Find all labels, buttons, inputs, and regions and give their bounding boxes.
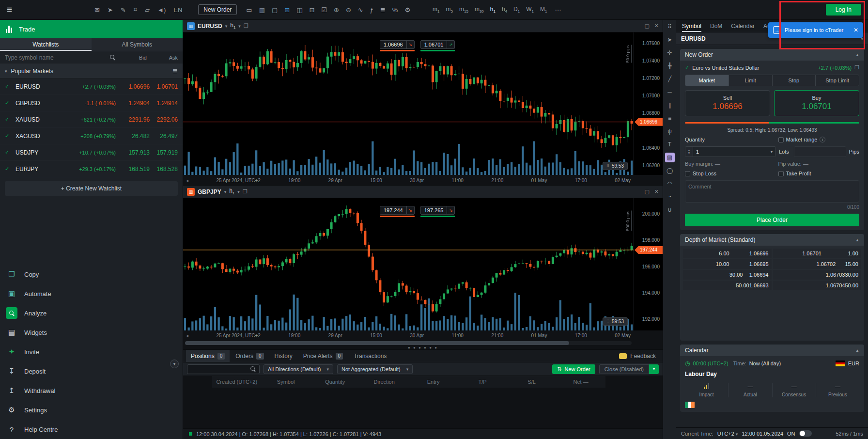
maximize-icon[interactable]: ▢ [644, 188, 649, 195]
positions-search-input[interactable] [190, 366, 248, 372]
sidebar-item-widgets[interactable]: ▤Widgets [0, 323, 183, 342]
list-view-icon[interactable]: ≣ [172, 67, 178, 75]
ask-value[interactable]: 26.497 [150, 133, 178, 140]
chart-timeframe[interactable]: h1 [229, 188, 234, 195]
order-type-market[interactable]: Market [685, 75, 729, 86]
timeframe-m5[interactable]: m5 [444, 5, 455, 15]
timeframe-h4[interactable]: h4 [499, 5, 510, 15]
frame-icon[interactable]: ⌗ [131, 5, 140, 15]
watchlist-row[interactable]: ✓USDJPY+10.7 (+0.07%)157.913157.919 [0, 144, 183, 161]
close-icon[interactable]: ✕ [654, 23, 659, 29]
bid-value[interactable]: 2291.96 [122, 116, 150, 123]
arc-tool-icon[interactable]: ◠ [665, 179, 675, 188]
sidebar-item-analyze[interactable]: Analyze [0, 303, 183, 323]
scroll-left-icon[interactable]: ◂ [186, 178, 188, 183]
watchlist-group-row[interactable]: ▾ Popular Markets ≣ [0, 64, 183, 78]
layout-columns-icon[interactable]: ◫ [294, 5, 305, 15]
magnet-icon[interactable]: ∪ [665, 205, 675, 215]
collapse-icon[interactable]: ▲ [855, 348, 859, 353]
timeframe-M1[interactable]: M1 [538, 5, 549, 15]
chart-canvas[interactable]: 197.244↘197.265↘197.244200.000198.000196… [183, 198, 663, 330]
chart-settings-icon[interactable]: ⚙ [402, 5, 413, 15]
channel-icon[interactable]: ∥ [665, 100, 675, 110]
alert-tool-icon[interactable]: ◔ [665, 192, 675, 202]
layout-single-icon[interactable]: ▢ [269, 5, 280, 15]
sell-price-badge[interactable]: 1.06696↘ [380, 40, 415, 49]
ask-value[interactable]: 1.24914 [150, 100, 178, 107]
collapse-icon[interactable]: ▲ [855, 53, 859, 57]
indicators-icon[interactable]: ∿ [356, 5, 366, 15]
panel-resize-handle[interactable]: ● ● ● ● ● ● [408, 345, 438, 350]
stepper-arrows-icon[interactable]: ▲▼ [685, 147, 693, 157]
watchlist-row[interactable]: ✓EURUSD+2.7 (+0.03%)1.066961.06701 [0, 78, 183, 95]
ask-value[interactable]: 168.528 [150, 166, 178, 172]
maximize-icon[interactable]: ▢ [644, 23, 649, 29]
cursor-icon[interactable]: ➤ [105, 5, 115, 15]
timeframe-h1[interactable]: h1 [488, 5, 498, 15]
timeframe-m15[interactable]: m15 [457, 5, 471, 15]
chart-timeframe[interactable]: h1 [230, 22, 235, 30]
zoom-out-icon[interactable]: ⊖ [343, 5, 354, 15]
quantity-input[interactable] [693, 147, 768, 157]
crosshair-icon[interactable]: ✛ [665, 48, 675, 58]
sidebar-item-settings[interactable]: ⚙Settings [0, 400, 183, 420]
layers-icon[interactable]: ≣ [378, 5, 388, 15]
watchlist-row[interactable]: ✓GBPUSD-1.1 (-0.01%)1.249041.24914 [0, 95, 183, 111]
new-order-button-small[interactable]: ⇅New Order [552, 364, 595, 374]
market-range-input[interactable] [794, 146, 846, 157]
price-axis[interactable]: 197.244200.000198.000196.000194.000192.0… [634, 198, 663, 330]
direction-filter-select[interactable]: All Directions (Default)▾ [264, 364, 333, 374]
language-button[interactable]: EN [171, 5, 185, 15]
menu-expand-button[interactable]: ▾ [170, 360, 179, 368]
time-axis[interactable]: ◂25 Apr 2024, UTC+219:0029 Apr15:0030 Ap… [183, 330, 634, 340]
chart-checklist-icon[interactable]: ☑ [319, 5, 329, 15]
chevron-down-icon[interactable]: ▾ [768, 147, 775, 157]
sign-in-notification[interactable]: → Please sign in to cTrader ✕ [768, 22, 863, 38]
sidebar-item-automate[interactable]: ▣Automate [0, 284, 183, 303]
new-order-card-header[interactable]: New Order ▲ [680, 49, 864, 61]
tab-transactions[interactable]: Transactions [349, 350, 391, 362]
ellipse-tool-icon[interactable]: ◯ [665, 166, 675, 175]
sidebar-item-invite[interactable]: ✦Invite [0, 342, 183, 361]
chart-group-badge[interactable]: ▥ [187, 188, 195, 196]
bid-value[interactable]: 157.913 [122, 149, 150, 156]
ask-value[interactable]: 2292.06 [150, 116, 178, 123]
sound-icon[interactable]: ◄) [155, 5, 168, 15]
tab-price-alerts[interactable]: Price Alerts0 [298, 350, 348, 362]
order-type-stop-limit[interactable]: Stop Limit [816, 75, 859, 86]
collapse-icon[interactable]: ▲ [855, 238, 859, 242]
tab-symbol[interactable]: Symbol [682, 20, 701, 32]
new-order-button[interactable]: New Order [198, 4, 237, 15]
close-icon[interactable]: ✕ [853, 27, 858, 33]
info-icon[interactable]: i [820, 137, 825, 142]
hamburger-menu-icon[interactable]: ≡ [7, 4, 19, 15]
time-axis[interactable]: ◂25 Apr 2024, UTC+219:0029 Apr15:0030 Ap… [183, 175, 634, 186]
dom-ask-row[interactable]: 1.0670215.00 [773, 259, 862, 269]
fibonacci-icon[interactable]: ≡ [665, 113, 675, 123]
timeframe-m30[interactable]: m30 [472, 5, 486, 15]
positions-search[interactable] [187, 364, 260, 374]
horizontal-line-icon[interactable]: ─ [665, 87, 675, 97]
pointer-icon[interactable]: ➤ [665, 35, 675, 45]
tab-positions[interactable]: Positions0 [186, 350, 230, 362]
bid-value[interactable]: 1.06696 [122, 83, 150, 90]
watchlist-row[interactable]: ✓XAUUSD+621 (+0.27%)2291.962292.06 [0, 111, 183, 128]
chart-link-icon[interactable]: ❐ [244, 23, 248, 29]
feedback-button[interactable]: Feedback [619, 353, 660, 360]
order-type-limit[interactable]: Limit [729, 75, 773, 86]
watchlist-row[interactable]: ✓EURJPY+29.3 (+0.17%)168.519168.528 [0, 161, 183, 177]
mail-icon[interactable]: ✉ [92, 5, 102, 15]
text-tool-icon[interactable]: T [665, 140, 675, 149]
dom-card-header[interactable]: Depth of Market (Standard) ▲ [680, 234, 864, 246]
tab-orders[interactable]: Orders0 [231, 350, 268, 362]
price-axis[interactable]: 1.066961.076001.074001.072001.070001.068… [634, 32, 663, 175]
shapes-tool-icon[interactable]: ▨ [665, 153, 675, 162]
bid-value[interactable]: 26.482 [122, 133, 150, 140]
buy-price-badge[interactable]: 197.265↘ [420, 206, 455, 215]
timeframe-D1[interactable]: D1 [511, 5, 522, 15]
market-range-checkbox[interactable] [778, 137, 784, 142]
sidebar-item-help-centre[interactable]: ?Help Centre [0, 420, 183, 439]
watchlist-row[interactable]: ✓XAGUSD+208 (+0.79%)26.48226.497 [0, 128, 183, 144]
chart-symbol[interactable]: GBPJPY [198, 188, 221, 195]
sidebar-item-withdrawal[interactable]: ↥Withdrawal [0, 381, 183, 400]
